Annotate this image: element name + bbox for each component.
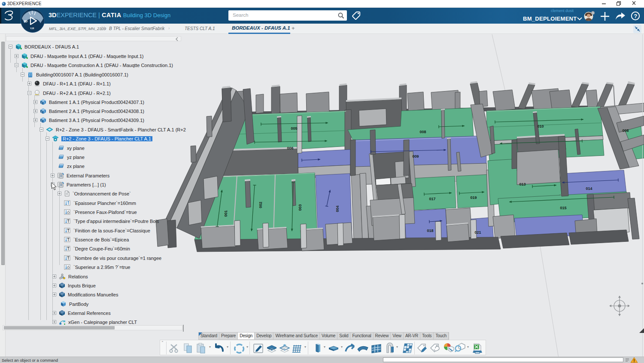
svg-text:3D: 3D: [24, 20, 27, 23]
svg-text:fx: fx: [61, 276, 64, 278]
svg-text:Y.R: Y.R: [30, 27, 34, 30]
svg-text:´: ´: [42, 20, 43, 23]
